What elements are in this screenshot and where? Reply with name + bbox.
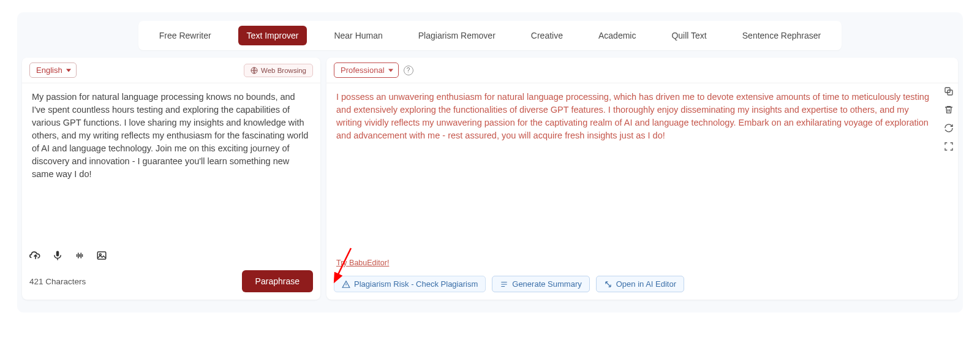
tabs-container: Free Rewriter Text Improver Near Human P… — [17, 12, 963, 50]
svg-rect-1 — [97, 252, 106, 259]
summary-chip-label: Generate Summary — [512, 279, 581, 289]
app-container: Free Rewriter Text Improver Near Human P… — [17, 12, 963, 312]
audio-wave-icon[interactable] — [74, 249, 86, 262]
tab-academic[interactable]: Academic — [590, 26, 644, 45]
aieditor-chip[interactable]: Open in AI Editor — [596, 276, 684, 292]
mic-icon[interactable] — [51, 249, 64, 262]
tab-free-rewriter[interactable]: Free Rewriter — [151, 26, 220, 45]
aieditor-chip-label: Open in AI Editor — [616, 279, 676, 289]
style-select[interactable]: Professional — [334, 62, 399, 78]
output-text[interactable]: I possess an unwavering enthusiasm for n… — [326, 83, 958, 257]
web-browsing-label: Web Browsing — [261, 67, 306, 74]
tab-quill-text[interactable]: Quill Text — [663, 26, 715, 45]
plagiarism-chip[interactable]: Plagiarism Risk - Check Plagiarism — [334, 276, 486, 292]
web-browsing-button[interactable]: Web Browsing — [244, 64, 313, 77]
input-panel-head: English Web Browsing — [22, 58, 320, 83]
summary-chip[interactable]: Generate Summary — [492, 276, 589, 292]
output-footer: Plagiarism Risk - Check Plagiarism Gener… — [326, 271, 958, 300]
language-select[interactable]: English — [29, 62, 77, 78]
upload-icon[interactable] — [29, 249, 42, 262]
open-icon — [604, 280, 612, 289]
globe-icon — [251, 67, 258, 74]
warning-icon — [342, 280, 350, 289]
input-text[interactable]: My passion for natural language processi… — [22, 83, 320, 245]
image-icon[interactable] — [96, 249, 108, 262]
help-icon[interactable]: ? — [404, 66, 413, 75]
tab-near-human[interactable]: Near Human — [325, 26, 391, 45]
output-panel-head: Professional ? — [326, 58, 958, 83]
input-panel: English Web Browsing My passion for natu… — [22, 58, 320, 300]
input-tools-row — [22, 245, 320, 265]
char-count: 421 Characters — [29, 277, 86, 286]
input-footer: 421 Characters Paraphrase — [22, 265, 320, 300]
tab-creative[interactable]: Creative — [522, 26, 571, 45]
plagiarism-chip-label: Plagiarism Risk - Check Plagiarism — [354, 279, 478, 289]
tab-text-improver[interactable]: Text Improver — [238, 26, 307, 45]
fullscreen-icon[interactable] — [943, 141, 954, 152]
tab-sentence-rephraser[interactable]: Sentence Rephraser — [734, 26, 829, 45]
output-panel: Professional ? I possess an unwavering e… — [326, 58, 958, 300]
output-side-actions — [943, 86, 954, 152]
list-icon — [500, 280, 508, 289]
try-babueditor-link[interactable]: Try BabuEditor! — [336, 259, 389, 267]
panels-row: English Web Browsing My passion for natu… — [17, 50, 963, 300]
refresh-icon[interactable] — [943, 123, 954, 134]
paraphrase-button[interactable]: Paraphrase — [242, 270, 313, 292]
tab-plagiarism-remover[interactable]: Plagiarism Remover — [410, 26, 504, 45]
output-try-row: Try BabuEditor! — [326, 257, 958, 271]
tabs-bar: Free Rewriter Text Improver Near Human P… — [138, 21, 842, 50]
copy-icon[interactable] — [943, 86, 954, 97]
trash-icon[interactable] — [943, 104, 954, 115]
